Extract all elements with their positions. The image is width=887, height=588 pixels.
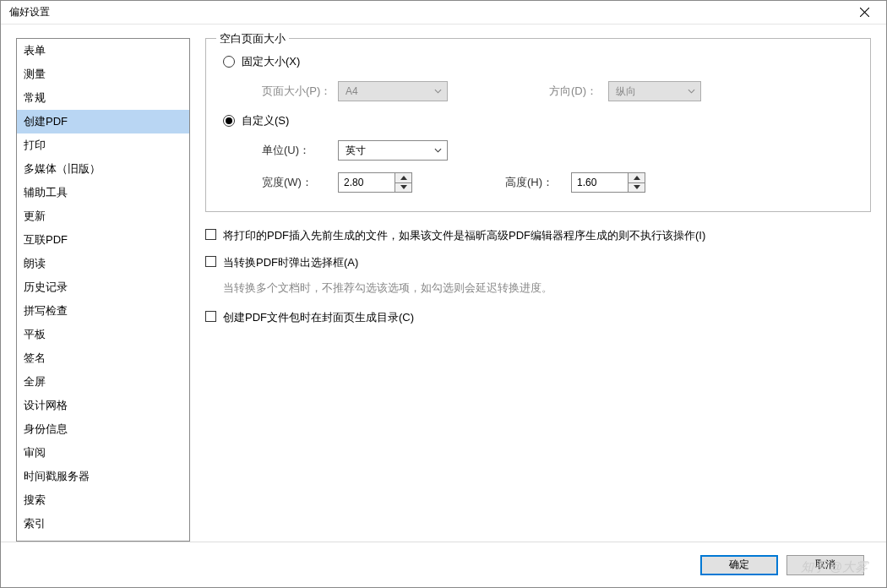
sidebar-item[interactable]: 签名 [17, 346, 189, 370]
category-sidebar[interactable]: 表单测量常规创建PDF打印多媒体（旧版）辅助工具更新互联PDF朗读历史记录拼写检… [16, 38, 190, 542]
sidebar-item[interactable]: 平板 [17, 323, 189, 346]
checkbox-toc[interactable] [205, 311, 216, 322]
checkbox-insert-pdf-label: 将打印的PDF插入先前生成的文件，如果该文件是福昕高级PDF编辑器程序生成的则不… [223, 227, 705, 244]
checkbox-prompt[interactable] [205, 256, 216, 267]
chevron-down-icon [688, 89, 695, 94]
spinner-down[interactable] [395, 183, 411, 193]
sidebar-item[interactable]: 拼写检查 [17, 299, 189, 323]
triangle-up-icon [634, 176, 640, 180]
unit-value: 英寸 [346, 144, 366, 158]
orientation-dropdown: 纵向 [608, 81, 701, 101]
page-size-label: 页面大小(P)： [262, 84, 338, 99]
main-panel: 空白页面大小 固定大小(X) 页面大小(P)： A4 方向(D)： 纵向 [205, 38, 871, 542]
sidebar-item[interactable]: 多媒体（旧版） [17, 157, 189, 181]
svg-marker-5 [634, 185, 640, 189]
close-icon [860, 8, 869, 17]
spinner-up[interactable] [629, 173, 645, 183]
titlebar: 偏好设置 [1, 1, 886, 24]
unit-label: 单位(U)： [262, 143, 338, 158]
sidebar-item[interactable]: 搜索 [17, 488, 189, 512]
checkbox-insert-pdf[interactable] [205, 229, 216, 240]
checkbox-prompt-row[interactable]: 当转换PDF时弹出选择框(A) [205, 254, 871, 271]
chevron-down-icon [434, 89, 442, 94]
svg-marker-4 [634, 176, 640, 180]
ok-button[interactable]: 确定 [700, 555, 778, 575]
spinner-up[interactable] [395, 173, 411, 183]
sidebar-item[interactable]: 打印 [17, 133, 189, 157]
sidebar-item[interactable]: 时间戳服务器 [17, 465, 189, 488]
cancel-button[interactable]: 取消 [786, 555, 864, 575]
sidebar-item[interactable]: 全屏 [17, 370, 189, 394]
svg-marker-3 [400, 185, 407, 189]
checkbox-toc-label: 创建PDF文件包时在封面页生成目录(C) [223, 309, 414, 326]
sidebar-item[interactable]: 文档 [17, 536, 189, 542]
orientation-value: 纵向 [616, 84, 636, 99]
sidebar-item[interactable]: 常规 [17, 86, 189, 110]
triangle-down-icon [634, 185, 640, 189]
radio-custom[interactable] [223, 115, 235, 127]
group-legend: 空白页面大小 [216, 31, 289, 46]
radio-fixed[interactable] [223, 56, 235, 68]
sidebar-item[interactable]: 朗读 [17, 252, 189, 275]
sidebar-item[interactable]: 历史记录 [17, 275, 189, 299]
width-input[interactable] [339, 173, 395, 192]
checkbox-prompt-label: 当转换PDF时弹出选择框(A) [223, 254, 358, 271]
radio-fixed-label: 固定大小(X) [242, 54, 300, 69]
sidebar-item[interactable]: 测量 [17, 63, 189, 86]
checkbox-insert-pdf-row[interactable]: 将打印的PDF插入先前生成的文件，如果该文件是福昕高级PDF编辑器程序生成的则不… [205, 227, 871, 244]
unit-dropdown[interactable]: 英寸 [338, 140, 448, 161]
close-button[interactable] [847, 3, 881, 23]
page-size-value: A4 [346, 85, 358, 97]
checkbox-prompt-hint: 当转换多个文档时，不推荐勾选该选项，如勾选则会延迟转换进度。 [205, 280, 871, 296]
sidebar-item[interactable]: 辅助工具 [17, 181, 189, 204]
sidebar-item[interactable]: 审阅 [17, 441, 189, 465]
width-label: 宽度(W)： [262, 175, 338, 190]
height-spinner[interactable] [571, 172, 645, 193]
height-input[interactable] [572, 173, 628, 192]
sidebar-item[interactable]: 创建PDF [17, 110, 189, 133]
blank-page-size-group: 空白页面大小 固定大小(X) 页面大小(P)： A4 方向(D)： 纵向 [205, 38, 871, 212]
sidebar-item[interactable]: 设计网格 [17, 394, 189, 417]
radio-custom-label: 自定义(S) [242, 113, 289, 128]
chevron-down-icon [434, 148, 442, 153]
radio-custom-row[interactable]: 自定义(S) [223, 113, 853, 128]
sidebar-item[interactable]: 互联PDF [17, 228, 189, 252]
checkbox-toc-row[interactable]: 创建PDF文件包时在封面页生成目录(C) [205, 309, 871, 326]
triangle-down-icon [400, 185, 407, 189]
window-title: 偏好设置 [9, 5, 50, 19]
spinner-down[interactable] [629, 183, 645, 193]
page-size-dropdown: A4 [338, 81, 448, 101]
radio-fixed-row[interactable]: 固定大小(X) [223, 54, 853, 69]
dialog-footer: 确定 取消 [1, 542, 886, 587]
sidebar-item[interactable]: 更新 [17, 204, 189, 228]
width-spinner[interactable] [338, 172, 412, 193]
height-label: 高度(H)： [505, 175, 571, 190]
sidebar-item[interactable]: 索引 [17, 512, 189, 536]
sidebar-item[interactable]: 身份信息 [17, 417, 189, 441]
preferences-window: 偏好设置 表单测量常规创建PDF打印多媒体（旧版）辅助工具更新互联PDF朗读历史… [0, 0, 887, 588]
orientation-label: 方向(D)： [549, 84, 608, 99]
svg-marker-2 [400, 176, 407, 180]
sidebar-item[interactable]: 表单 [17, 39, 189, 63]
triangle-up-icon [400, 176, 407, 180]
